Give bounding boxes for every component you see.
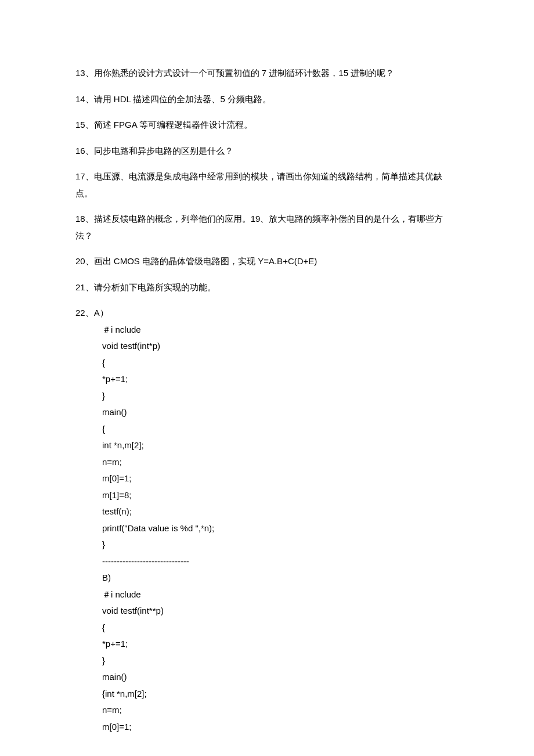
code-text: int *n,m[2];: [102, 440, 144, 450]
code-line: {int *n,m[2];: [75, 686, 459, 703]
question-22-code: 22、A） ＃i nclude void testf(int*p) { *p+=…: [75, 305, 459, 735]
question-16: 16、同步电路和异步电路的区别是什么？: [75, 143, 459, 160]
code-line: ＃i nclude: [75, 322, 459, 339]
code-line: main(): [75, 669, 459, 686]
code-text: 22、A）: [75, 308, 109, 318]
code-text: *p+=1;: [102, 374, 128, 384]
code-text: B): [102, 573, 111, 582]
code-line: B): [75, 570, 459, 586]
question-20: 20、画出 CMOS 电路的晶体管级电路图，实现 Y=A.B+C(D+E): [75, 253, 459, 270]
code-text: m[1]=8;: [102, 490, 131, 500]
code-text: }: [102, 539, 105, 549]
code-line: printf("Data value is %d ",*n);: [75, 520, 459, 537]
code-text: {int *n,m[2];: [102, 689, 147, 699]
code-line: main(): [75, 404, 459, 421]
code-text: testf(n);: [102, 506, 132, 516]
code-text: main(): [102, 672, 127, 682]
code-line: m[0]=1;: [75, 719, 459, 736]
code-text: void testf(int**p): [102, 606, 164, 615]
question-text: 14、请用 HDL 描述四位的全加法器、5 分频电路。: [75, 94, 271, 104]
code-text: ＃i nclude: [102, 325, 141, 334]
question-text: 16、同步电路和异步电路的区别是什么？: [75, 146, 233, 156]
code-line: m[1]=8;: [75, 487, 459, 504]
code-line: }: [75, 537, 459, 553]
code-text: n=m;: [102, 705, 122, 715]
code-text: *p+=1;: [102, 639, 128, 649]
code-text: {: [102, 424, 105, 434]
code-text: {: [102, 622, 105, 632]
code-line: void testf(int**p): [75, 603, 459, 620]
question-text: 15、简述 FPGA 等可编程逻辑器件设计流程。: [75, 120, 252, 129]
code-text: ＃i nclude: [102, 589, 141, 599]
code-line: *p+=1;: [75, 636, 459, 653]
code-text: n=m;: [102, 457, 122, 467]
code-line: ------------------------------: [75, 553, 459, 570]
question-14: 14、请用 HDL 描述四位的全加法器、5 分频电路。: [75, 91, 459, 108]
code-text: main(): [102, 407, 127, 417]
code-line: m[0]=1;: [75, 470, 459, 487]
question-text: 13、用你熟悉的设计方式设计一个可预置初值的 7 进制循环计数器，15 进制的呢…: [75, 68, 394, 78]
code-first-line: 22、A）: [75, 305, 459, 322]
question-21: 21、请分析如下电路所实现的功能。: [75, 279, 459, 296]
code-line: ＃i nclude: [75, 586, 459, 603]
code-text: m[0]=1;: [102, 722, 131, 732]
code-line: n=m;: [75, 702, 459, 719]
code-line: {: [75, 421, 459, 438]
code-line: int *n,m[2];: [75, 437, 459, 454]
question-15: 15、简述 FPGA 等可编程逻辑器件设计流程。: [75, 117, 459, 134]
question-text: 21、请分析如下电路所实现的功能。: [75, 282, 216, 292]
code-text: }: [102, 391, 105, 401]
question-13: 13、用你熟悉的设计方式设计一个可预置初值的 7 进制循环计数器，15 进制的呢…: [75, 65, 459, 82]
code-text: {: [102, 358, 105, 368]
question-17: 17、电压源、电流源是集成电路中经常用到的模块，请画出你知道的线路结构，简单描述…: [75, 168, 459, 201]
code-text: ------------------------------: [102, 556, 189, 566]
code-line: {: [75, 620, 459, 636]
question-18-19: 18、描述反馈电路的概念，列举他们的应用。19、放大电路的频率补偿的目的是什么，…: [75, 211, 459, 244]
code-text: void testf(int*p): [102, 341, 160, 351]
code-line: n=m;: [75, 454, 459, 471]
code-line: testf(n);: [75, 503, 459, 520]
code-line: }: [75, 388, 459, 405]
code-line: *p+=1;: [75, 371, 459, 388]
question-text: 18、描述反馈电路的概念，列举他们的应用。19、放大电路的频率补偿的目的是什么，…: [75, 214, 443, 240]
code-text: }: [102, 656, 105, 665]
code-text: m[0]=1;: [102, 473, 131, 483]
code-line: void testf(int*p): [75, 338, 459, 355]
question-text: 20、画出 CMOS 电路的晶体管级电路图，实现 Y=A.B+C(D+E): [75, 256, 317, 266]
code-line: {: [75, 355, 459, 372]
code-line: }: [75, 653, 459, 669]
code-text: printf("Data value is %d ",*n);: [102, 523, 214, 533]
question-text: 17、电压源、电流源是集成电路中经常用到的模块，请画出你知道的线路结构，简单描述…: [75, 171, 442, 198]
